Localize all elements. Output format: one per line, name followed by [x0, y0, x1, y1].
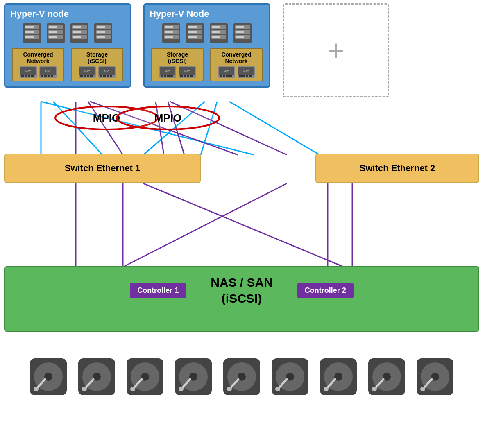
switch-1-label: Switch Ethernet 1 — [65, 163, 141, 174]
nic-icon: NIC — [39, 66, 57, 78]
svg-text:MPIO: MPIO — [154, 112, 181, 124]
svg-rect-127 — [246, 75, 248, 77]
nic-icon: NIC — [98, 66, 116, 78]
svg-rect-125 — [239, 75, 242, 77]
nic-icon: NIC — [159, 66, 177, 78]
disks-row — [4, 352, 479, 401]
svg-text:NIC: NIC — [45, 70, 51, 73]
svg-rect-104 — [161, 75, 163, 77]
svg-line-5 — [229, 102, 320, 155]
switch-ethernet-2: Switch Ethernet 2 — [315, 154, 479, 183]
svg-rect-85 — [188, 26, 197, 28]
svg-rect-120 — [226, 75, 229, 77]
svg-rect-106 — [167, 75, 170, 77]
svg-rect-56 — [44, 75, 47, 77]
servers-row-1 — [10, 23, 125, 44]
adapters-row-2: Storage(iSCSI) NIC — [150, 48, 264, 81]
controller-2: Controller 2 — [297, 283, 354, 298]
svg-point-143 — [82, 387, 87, 391]
svg-point-173 — [372, 387, 377, 391]
svg-text:NIC: NIC — [243, 70, 249, 73]
disk-icon — [28, 356, 69, 397]
svg-rect-92 — [212, 26, 220, 28]
svg-rect-100 — [236, 31, 244, 33]
nic-icon: NIC — [178, 66, 196, 78]
svg-text:NIC: NIC — [224, 70, 229, 73]
adapter-label-storage-2: Storage(iSCSI) — [167, 51, 188, 64]
svg-rect-86 — [188, 31, 197, 33]
nic-icon: NIC — [218, 66, 236, 78]
switch-2-label: Switch Ethernet 2 — [360, 163, 435, 174]
svg-rect-111 — [180, 75, 183, 77]
hyperv-node-1: Hyper-V node — [4, 3, 131, 88]
servers-row-2 — [150, 23, 264, 44]
svg-rect-80 — [165, 36, 173, 38]
plus-icon: + — [327, 36, 344, 65]
svg-rect-62 — [80, 75, 83, 77]
svg-rect-44 — [97, 31, 105, 33]
nic-icon: NIC — [19, 66, 37, 78]
svg-rect-63 — [84, 75, 86, 77]
svg-rect-50 — [28, 75, 30, 77]
svg-rect-48 — [21, 75, 24, 77]
svg-point-158 — [227, 387, 232, 391]
svg-rect-126 — [242, 75, 245, 77]
svg-rect-23 — [25, 31, 34, 33]
svg-rect-78 — [165, 26, 173, 28]
adapter-storage-1: Storage(iSCSI) NIC — [71, 48, 123, 81]
adapter-converged-1: ConvergedNetwork NIC — [12, 48, 64, 81]
svg-text:NIC: NIC — [184, 70, 190, 73]
disk-icon — [366, 356, 407, 397]
adapter-storage-2: Storage(iSCSI) NIC — [151, 48, 204, 81]
top-row: Hyper-V node — [4, 3, 389, 97]
nic-row: NIC NIC — [19, 66, 57, 78]
nic-row: NIC NIC — [78, 66, 116, 78]
nic-icon: NIC — [78, 66, 96, 78]
svg-rect-114 — [190, 75, 193, 77]
svg-rect-69 — [100, 75, 102, 77]
svg-text:NIC: NIC — [165, 70, 170, 73]
svg-text:NIC: NIC — [84, 70, 90, 73]
svg-rect-118 — [220, 75, 222, 77]
mpio-area: MPIO MPIO — [53, 104, 238, 131]
disk-icon — [415, 356, 456, 397]
svg-rect-36 — [73, 26, 81, 28]
adapters-row-1: ConvergedNetwork NIC — [10, 48, 125, 81]
svg-rect-105 — [164, 75, 166, 77]
server-icon — [161, 23, 182, 44]
svg-rect-22 — [25, 26, 34, 28]
nas-san-box: Controller 1 NAS / SAN (iSCSI) Controlle… — [4, 266, 479, 332]
placeholder-box[interactable]: + — [283, 3, 389, 97]
hyperv-node-2-title: Hyper-V Node — [150, 9, 264, 19]
svg-rect-31 — [49, 36, 57, 38]
nic-row: NIC NIC — [218, 66, 255, 78]
server-icon — [232, 23, 253, 44]
svg-point-163 — [275, 387, 280, 391]
svg-rect-30 — [49, 31, 57, 33]
server-icon — [21, 23, 43, 44]
svg-rect-51 — [31, 75, 34, 77]
nic-icon: NIC — [237, 66, 255, 78]
svg-rect-24 — [25, 36, 34, 38]
adapter-label-storage-1: Storage(iSCSI) — [86, 51, 108, 64]
adapter-label-converged-2: ConvergedNetwork — [221, 51, 251, 64]
switches-row: Switch Ethernet 1 Switch Ethernet 2 — [4, 154, 479, 183]
svg-line-16 — [123, 183, 287, 267]
svg-rect-121 — [229, 75, 232, 77]
hyperv-node-1-title: Hyper-V node — [10, 9, 125, 19]
disk-icon — [270, 356, 310, 397]
svg-rect-45 — [97, 36, 105, 38]
nic-row: NIC NIC — [159, 66, 196, 78]
svg-rect-87 — [188, 36, 197, 38]
svg-rect-107 — [170, 75, 173, 77]
hyperv-node-2: Hyper-V Node — [143, 3, 270, 88]
controller-1: Controller 1 — [130, 283, 186, 298]
svg-rect-119 — [223, 75, 225, 77]
svg-rect-79 — [165, 31, 173, 33]
nas-title: NAS / SAN (iSCSI) — [211, 274, 273, 306]
svg-rect-49 — [25, 75, 27, 77]
svg-point-148 — [130, 387, 135, 391]
disk-icon — [76, 356, 117, 397]
svg-point-153 — [179, 387, 184, 391]
svg-rect-70 — [103, 75, 106, 77]
